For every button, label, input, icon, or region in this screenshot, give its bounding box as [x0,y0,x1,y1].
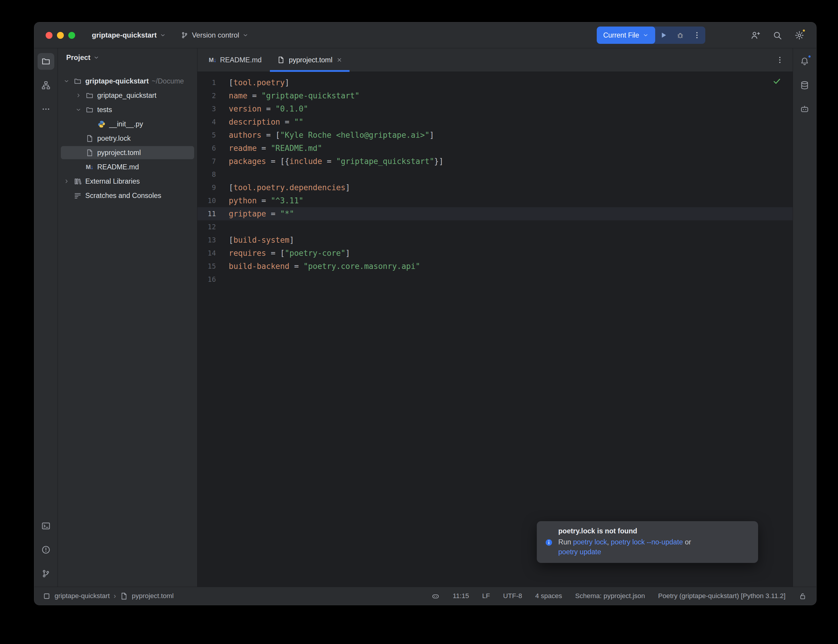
tree-item-label: __init__.py [109,120,143,128]
close-tab-icon[interactable] [337,57,342,63]
copilot-status-icon[interactable] [432,592,440,600]
settings-button[interactable] [791,27,807,43]
editor[interactable]: 1[tool.poetry]2name = "griptape-quicksta… [197,72,793,587]
chevron-placeholder [73,161,84,173]
minimize-window-button[interactable] [57,32,64,39]
tree-item-griptape-quickstart[interactable]: griptape_quickstart [58,88,197,103]
line-number: 3 [197,102,216,115]
code-line[interactable]: 6readme = "README.md" [197,141,793,155]
line-text: build-backend = "poetry.core.masonry.api… [216,260,420,273]
code-line[interactable]: 11griptape = "*" [197,207,793,220]
notification-body: Run poetry lock, poetry lock --no-update… [558,537,691,557]
tab-label: README.md [220,56,262,64]
chevron-right-icon[interactable] [73,89,84,101]
project-selector[interactable]: griptape-quickstart [88,28,170,42]
fullscreen-window-button[interactable] [68,32,75,39]
project-tree: griptape-quickstart~/Documegriptape_quic… [58,67,197,203]
close-window-button[interactable] [46,32,53,39]
editor-column: M↓README.mdpyproject.toml 1[tool.poetry]… [197,48,793,587]
tree-item-label: griptape-quickstart [85,77,149,85]
line-text: [build-system] [216,233,294,246]
chevron-right-icon[interactable] [61,175,72,187]
tree-item-griptape-quickstart[interactable]: griptape-quickstart~/Docume [58,74,197,88]
line-text: [tool.poetry.dependencies] [216,181,350,194]
line-number: 10 [197,194,216,207]
project-panel-title: Project [66,53,90,62]
code-line[interactable]: 5authors = ["Kyle Roche <hello@griptape.… [197,128,793,141]
notifications-button[interactable] [796,53,813,70]
notification-link-poetry-update[interactable]: poetry update [558,548,601,556]
line-text: requires = ["poetry-core"] [216,246,350,260]
notification-content: poetry.lock is not found Run poetry lock… [558,527,691,557]
ai-assistant-button[interactable] [796,101,813,117]
line-text: authors = ["Kyle Roche <hello@griptape.a… [216,128,434,141]
tree-item-scratches-and-consoles[interactable]: Scratches and Consoles [58,189,197,203]
main-area: Project griptape-quickstart~/Documegript… [34,48,816,587]
code-line[interactable]: 1[tool.poetry] [197,76,793,89]
breadcrumb-item-pyproject-toml[interactable]: pyproject.toml [132,592,174,600]
project-tool-button[interactable] [38,53,54,70]
chevron-placeholder [61,190,72,202]
code-line[interactable]: 14requires = ["poetry-core"] [197,246,793,260]
status-bar: griptape-quickstart›pyproject.toml 11:15… [34,587,816,605]
structure-tool-button[interactable] [38,77,54,94]
notification-text: or [683,538,691,546]
terminal-tool-button[interactable] [38,518,54,534]
search-everywhere-button[interactable] [769,27,785,43]
add-user-button[interactable] [747,27,763,43]
tab-pyproject-toml[interactable]: pyproject.toml [269,48,350,72]
run-configuration-selector[interactable]: Current File [597,26,655,44]
code-line[interactable]: 13[build-system] [197,233,793,246]
inspections-ok-icon[interactable] [772,77,781,85]
tree-item-init-py[interactable]: __init__.py [58,117,197,131]
breadcrumb-item-griptape-quickstart[interactable]: griptape-quickstart [54,592,110,600]
line-number: 12 [197,220,216,233]
json-schema-widget[interactable]: Schema: pyproject.json [575,592,645,600]
code-line[interactable]: 9[tool.poetry.dependencies] [197,181,793,194]
cursor-position-widget[interactable]: 11:15 [453,592,469,600]
tab-options-button[interactable] [776,56,784,64]
code-line[interactable]: 12 [197,220,793,233]
tree-item-poetry-lock[interactable]: poetry.lock [58,131,197,146]
code-line[interactable]: 7packages = [{include = "griptape_quicks… [197,155,793,168]
code-line[interactable]: 16 [197,273,793,286]
notification-link-poetry-lock-no-update[interactable]: poetry lock --no-update [611,538,683,546]
tab-readme-md[interactable]: M↓README.md [201,48,269,72]
code-area[interactable]: 1[tool.poetry]2name = "griptape-quicksta… [197,72,793,286]
chevron-down-icon[interactable] [61,75,72,87]
interpreter-widget[interactable]: Poetry (griptape-quickstart) [Python 3.1… [658,592,785,600]
code-line[interactable]: 3version = "0.1.0" [197,102,793,115]
project-panel-header[interactable]: Project [58,48,197,67]
library-icon [72,175,84,187]
line-text [216,168,229,181]
code-line[interactable]: 15build-backend = "poetry.core.masonry.a… [197,260,793,273]
encoding-widget[interactable]: UTF-8 [503,592,522,600]
file-icon [277,56,285,64]
tree-item-tests[interactable]: tests [58,103,197,117]
line-text: description = "" [216,115,303,128]
tree-item-external-libraries[interactable]: External Libraries [58,174,197,189]
read-only-toggle-icon[interactable] [799,592,807,600]
more-run-options-button[interactable] [688,26,705,44]
problems-tool-button[interactable] [38,541,54,558]
ide-window: griptape-quickstart Version control Curr… [34,22,817,605]
chevron-down-icon[interactable] [73,104,84,116]
notification-toast: poetry.lock is not found Run poetry lock… [537,521,758,563]
line-number: 7 [197,155,216,168]
database-tool-button[interactable] [796,77,813,94]
line-separator-widget[interactable]: LF [482,592,490,600]
version-control-tool-button[interactable] [38,565,54,582]
notification-link-poetry-lock[interactable]: poetry lock [573,538,607,546]
tree-item-pyproject-toml[interactable]: pyproject.toml [58,146,197,160]
python-icon [95,118,107,130]
code-line[interactable]: 8 [197,168,793,181]
vcs-widget[interactable]: Version control [177,28,253,42]
code-line[interactable]: 2name = "griptape-quickstart" [197,89,793,102]
tree-item-readme-md[interactable]: M↓README.md [58,160,197,174]
code-line[interactable]: 10python = "^3.11" [197,194,793,207]
more-tool-windows-button[interactable] [38,101,54,117]
debug-button[interactable] [672,26,688,44]
run-button[interactable] [655,26,672,44]
indent-widget[interactable]: 4 spaces [535,592,562,600]
code-line[interactable]: 4description = "" [197,115,793,128]
